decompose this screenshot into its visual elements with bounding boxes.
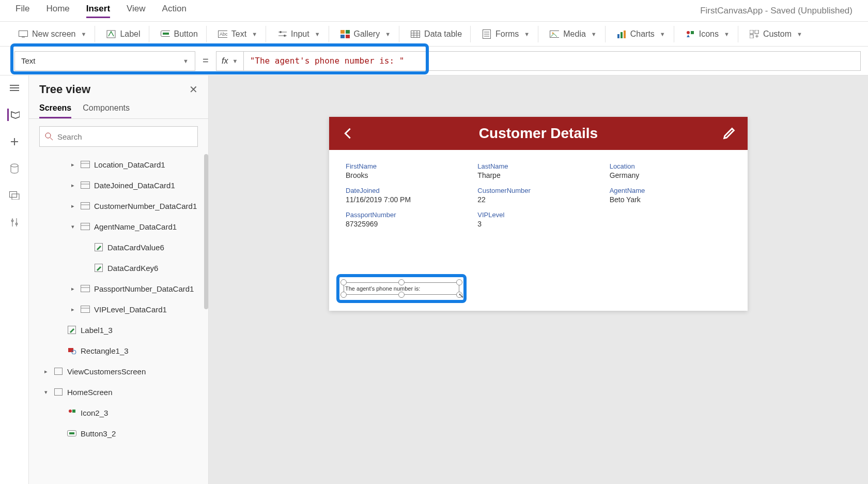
tree-node[interactable]: Rectangle1_3 — [32, 340, 205, 361]
ribbon-data-table[interactable]: Data table — [402, 26, 471, 42]
search-input[interactable] — [57, 132, 192, 141]
canvas-area[interactable]: Customer Details FirstNameBrooksLastName… — [209, 75, 868, 484]
tree-node[interactable]: ▾AgentName_DataCard1 — [32, 216, 205, 237]
ribbon-label[interactable]: Label — [98, 26, 149, 42]
ribbon-custom[interactable]: Custom ▼ — [741, 26, 811, 42]
app-status: FirstCanvasApp - Saved (Unpublished) — [700, 6, 853, 16]
svg-point-8 — [280, 31, 282, 33]
field-value: 22 — [477, 195, 599, 204]
field-label: Location — [610, 162, 731, 170]
selected-label-control[interactable]: The agent's phone number is: ⤡ — [344, 282, 459, 295]
tab-screens[interactable]: Screens — [39, 103, 71, 118]
chevron-down-icon: ▼ — [385, 31, 391, 37]
rail-data[interactable] — [8, 162, 21, 175]
ribbon-text-label: Text — [231, 29, 246, 39]
tree-list[interactable]: ▸Location_DataCard1▸DateJoined_DataCard1… — [29, 154, 208, 484]
ribbon-media[interactable]: Media ▼ — [541, 26, 605, 42]
ribbon-data-table-label: Data table — [424, 29, 462, 39]
tree-node[interactable]: ▸VIPLevel_DataCard1 — [32, 299, 205, 320]
card-icon — [81, 201, 90, 210]
scrollbar[interactable] — [204, 154, 208, 309]
chevron-down-icon: ▼ — [591, 31, 597, 37]
tree-node[interactable]: Icon2_3 — [32, 402, 205, 423]
rail-tree-view[interactable] — [7, 109, 20, 121]
app-screen: Customer Details FirstNameBrooksLastName… — [329, 117, 748, 311]
form-body: FirstNameBrooksLastNameTharpeLocationGer… — [329, 150, 748, 311]
button-icon — [161, 29, 170, 39]
form-grid: FirstNameBrooksLastNameTharpeLocationGer… — [346, 162, 731, 228]
data-table-icon — [411, 29, 420, 39]
tree-node[interactable]: ▾HomeScreen — [32, 382, 205, 402]
ribbon-text[interactable]: Abc Text ▼ — [210, 26, 266, 42]
svg-rect-4 — [163, 33, 169, 35]
ribbon-new-screen[interactable]: New screen ▼ — [10, 26, 95, 42]
field-label: LastName — [477, 162, 599, 170]
formula-bar: Text ▼ = fx ▼ "The agent's phone number … — [0, 47, 868, 75]
chevron-down-icon: ▼ — [524, 31, 530, 37]
tree-node[interactable]: ▸PassportNumber_DataCard1 — [32, 278, 205, 299]
resize-handle[interactable] — [456, 279, 462, 285]
rail-advanced[interactable] — [8, 216, 21, 229]
ribbon-gallery[interactable]: Gallery ▼ — [332, 26, 400, 42]
tree-node[interactable]: ▸DateJoined_DataCard1 — [32, 175, 205, 195]
chevron-down-icon: ▼ — [315, 31, 320, 37]
chevron-down-icon: ▼ — [660, 31, 665, 37]
gallery-icon — [340, 29, 350, 39]
caret-icon: ▾ — [42, 389, 50, 396]
ribbon-charts[interactable]: Charts ▼ — [609, 26, 674, 42]
fx-button[interactable]: fx ▼ — [216, 51, 244, 71]
field-label: PassportNumber — [346, 211, 467, 219]
menu-view[interactable]: View — [127, 4, 146, 18]
svg-rect-60 — [81, 285, 90, 292]
search-icon — [45, 132, 53, 141]
rail-hamburger[interactable] — [8, 82, 21, 94]
media-icon — [550, 29, 559, 39]
svg-rect-65 — [68, 348, 73, 352]
ribbon-forms[interactable]: Forms ▼ — [474, 26, 538, 42]
svg-rect-72 — [69, 432, 74, 434]
tree-node-label: DataCardKey6 — [107, 264, 158, 273]
ribbon-icons[interactable]: Icons ▼ — [677, 26, 738, 42]
svg-rect-15 — [411, 31, 420, 37]
svg-rect-13 — [340, 35, 345, 38]
tree-node[interactable]: Label1_3 — [32, 320, 205, 340]
icons-icon — [686, 29, 695, 39]
tree-node[interactable]: ▸CustomerNumber_DataCard1 — [32, 195, 205, 216]
chevron-down-icon: ▼ — [81, 31, 86, 37]
back-icon[interactable] — [340, 126, 355, 141]
svg-rect-52 — [81, 182, 90, 189]
svg-rect-28 — [624, 31, 626, 38]
field-value: Beto Yark — [610, 195, 731, 204]
svg-rect-12 — [346, 30, 350, 34]
tree-node[interactable]: ▸Location_DataCard1 — [32, 154, 205, 175]
forms-icon — [482, 29, 491, 39]
resize-handle[interactable] — [398, 279, 405, 285]
edit-icon[interactable] — [722, 126, 736, 141]
rail-media[interactable] — [8, 189, 21, 202]
tree-node-label: Rectangle1_3 — [81, 346, 129, 355]
menu-insert[interactable]: Insert — [86, 4, 110, 18]
close-icon[interactable]: ✕ — [189, 83, 198, 96]
ribbon-button[interactable]: Button — [152, 26, 207, 42]
caret-icon: ▾ — [69, 223, 76, 230]
property-selector[interactable]: Text ▼ — [14, 51, 195, 71]
svg-rect-67 — [55, 368, 63, 375]
resize-handle[interactable] — [398, 292, 405, 298]
card-icon — [81, 305, 90, 314]
tree-node[interactable]: DataCardKey6 — [32, 258, 205, 278]
tab-components[interactable]: Components — [83, 103, 130, 118]
tree-node[interactable]: DataCardValue6 — [32, 237, 205, 258]
search-box[interactable] — [39, 126, 198, 147]
menu-file[interactable]: File — [16, 4, 29, 18]
resize-handle[interactable] — [340, 279, 347, 285]
svg-point-69 — [69, 410, 72, 413]
menu-action[interactable]: Action — [162, 4, 187, 18]
ribbon-button-label: Button — [174, 29, 198, 39]
tree-node[interactable]: Button3_2 — [32, 423, 205, 444]
menu-home[interactable]: Home — [46, 4, 69, 18]
rail-insert[interactable] — [8, 135, 21, 148]
tree-node[interactable]: ▸ViewCustomersScreen — [32, 361, 205, 382]
formula-input[interactable]: "The agent's phone number is: " — [244, 51, 861, 71]
resize-handle[interactable] — [340, 292, 347, 298]
ribbon-input[interactable]: Input ▼ — [269, 26, 329, 42]
